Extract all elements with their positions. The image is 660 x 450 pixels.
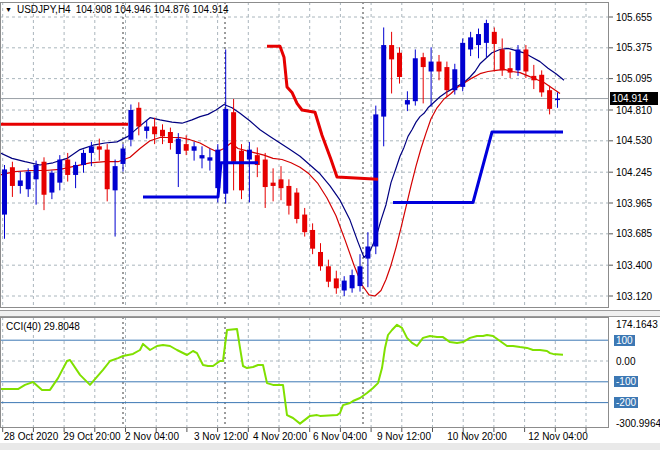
candlestick-bear [160,130,165,137]
current-price-box: 104.914 [610,92,658,105]
candlestick-bull [452,69,457,90]
candlestick-bear [500,49,505,70]
candlestick-bear [286,186,291,206]
cci-axis-label: 0.00 [616,356,635,367]
candlestick-bear [10,167,15,186]
candlestick-bull [365,246,370,258]
candlestick-bull [468,37,473,49]
window-bottom-edge [0,443,660,450]
candlestick-bull [429,62,434,72]
candlestick-bull [413,58,418,101]
candlestick-bull [26,172,31,190]
candlestick-bull [18,180,23,186]
time-axis-label: 2 Nov 04:00 [125,431,179,442]
candlestick-bull [57,160,62,183]
candlestick-bear [523,49,528,71]
candlestick-bull [223,109,228,194]
candlestick-bull [144,127,149,131]
candlestick-bull [49,173,54,193]
time-axis-label: 4 Nov 20:00 [253,431,307,442]
candlestick-bull [113,166,118,190]
candlestick-bear [318,252,323,266]
candlestick-bear [65,160,70,175]
candlestick-bear [168,132,173,143]
candlestick-bear [444,67,449,90]
candlestick-bear [105,150,110,190]
candlestick-bear [97,146,102,149]
candlestick-bull [484,23,489,43]
price-axis-label: 103.400 [616,260,652,271]
candlestick-bull [460,43,465,87]
cci-axis-label: 100 [614,335,635,346]
time-axis-label: 28 Oct 2020 [4,431,58,442]
indicator-panel-bg [0,317,660,428]
ohlc-values-label: 104.908 104.946 104.876 104.914 [76,4,229,15]
cci-axis-label: -100 [614,376,638,387]
candlestick-bull [247,150,252,160]
candlestick-bull [207,157,212,160]
candlestick-bear [263,160,268,188]
candlestick-bear [334,278,339,288]
time-axis-label: 29 Oct 20:00 [63,431,120,442]
candlestick-bear [42,162,47,195]
candlestick-bull [350,275,355,288]
candlestick-bear [271,183,276,186]
price-axis-label: 105.655 [616,12,652,23]
symbol-period-label: USDJPY,H4 [17,4,71,15]
time-axis-label: 6 Nov 04:00 [313,431,367,442]
candlestick-bear [231,112,236,162]
candlestick-bear [302,215,307,233]
candlestick-bear [539,75,544,93]
candlestick-bear [508,68,513,72]
cci-axis-label: -200 [614,397,638,408]
candlestick-bear [492,32,497,44]
candlestick-bear [239,151,244,191]
price-axis-label: 103.120 [616,291,652,302]
chart-title-bar: ▼ USDJPY,H4 104.908 104.946 104.876 104.… [5,4,229,15]
time-axis-label: 9 Nov 12:00 [377,431,431,442]
candlestick-bear [136,108,141,127]
time-axis-label: 3 Nov 12:00 [194,431,248,442]
time-axis-label: 12 Nov 04:00 [528,431,588,442]
candlestick-bear [547,90,552,109]
candlestick-bull [176,139,181,154]
candlestick-bear [437,62,442,72]
cci-axis-label: -300.9964 [616,418,660,429]
price-axis-label: 103.965 [616,198,652,209]
indicator-label: CCI(40) 29.8048 [6,321,80,332]
candlestick-bear [326,266,331,281]
chart-canvas[interactable] [0,0,660,450]
candlestick-bull [405,100,410,104]
candlestick-bear [294,193,299,219]
time-axis-label: 10 Nov 20:00 [447,431,507,442]
price-axis-label: 103.685 [616,228,652,239]
candlestick-bear [389,45,394,59]
price-axis-label: 104.810 [616,105,652,116]
price-axis-label: 104.245 [616,167,652,178]
candlestick-bear [184,144,189,151]
price-axis-label: 105.375 [616,42,652,53]
candlestick-bear [279,179,284,188]
candlestick-bear [152,127,157,135]
chart-window: ▼ USDJPY,H4 104.908 104.946 104.876 104.… [0,0,660,450]
candlestick-bull [81,153,86,165]
panel-splitter[interactable] [0,310,660,317]
candlestick-bear [397,53,402,77]
candlestick-bull [516,49,521,70]
candlestick-bear [531,76,536,80]
price-axis-label: 104.530 [616,135,652,146]
candlestick-bull [555,99,560,101]
cci-axis-label: 174.1643 [616,319,658,330]
candlestick-bull [73,165,78,175]
candlestick-bear [310,230,315,249]
candlestick-bull [200,155,205,158]
candlestick-bull [192,146,197,150]
candlestick-bull [128,110,133,140]
candlestick-bull [34,165,39,179]
candlestick-bull [358,266,363,286]
candlestick-bull [381,45,386,117]
candlestick-bull [476,34,481,45]
candlestick-bull [121,149,126,164]
candlestick-bull [2,169,7,214]
chevron-down-icon[interactable]: ▼ [5,5,12,15]
